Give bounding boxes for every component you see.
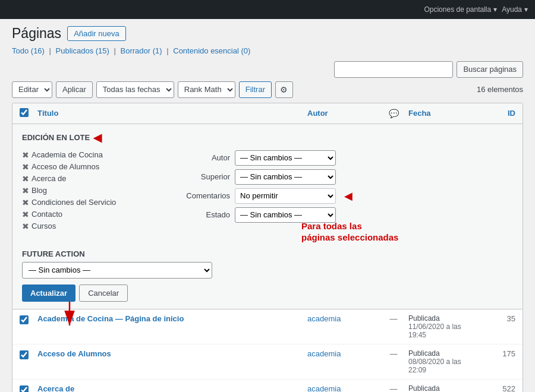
table-row: Academia de Cocina — Página de inicio ac… <box>12 309 523 344</box>
date-filter-select[interactable]: Todas las fechas <box>96 81 174 98</box>
page-wrap: Opciones de pantalla ▾ Ayuda ▾ Páginas A… <box>0 0 535 392</box>
row-checkbox-cell-3 <box>20 384 37 392</box>
field-autor-select[interactable]: — Sin cambios — <box>235 150 336 166</box>
bulk-item-condiciones: ✖ Condiciones del Servicio <box>22 198 159 207</box>
filter-draft[interactable]: Borrador (1) <box>121 46 162 55</box>
field-superior: Superior — Sin cambios — <box>171 169 513 185</box>
arrow-left-comentarios-icon: ◀ <box>344 189 353 203</box>
annotation-container: Título Autor 💬 Fecha ID <box>12 103 523 392</box>
row-author-1: academia <box>307 314 379 323</box>
table-row: Acceso de Alumnos academia — Publicada 0… <box>12 344 523 380</box>
cancel-button[interactable]: Cancelar <box>79 284 128 302</box>
row-date-1: Publicada 11/06/2020 a las 19:45 <box>408 314 486 339</box>
remove-contacto-icon[interactable]: ✖ <box>22 210 29 219</box>
bulk-item-cursos: ✖ Cursos <box>22 222 159 231</box>
row-id-1: 35 <box>486 314 515 323</box>
row-checkbox-cell-1 <box>20 314 37 326</box>
bulk-edit-fields: Autor — Sin cambios — Superior — Sin cam… <box>171 150 513 244</box>
row-author-2: academia <box>307 349 379 358</box>
header-date[interactable]: Fecha <box>408 109 486 118</box>
remove-academia-icon[interactable]: ✖ <box>22 150 29 160</box>
page-header: Páginas Añadir nueva <box>12 25 523 43</box>
toolbar: Editar Aplicar Todas las fechas Rank Mat… <box>12 81 523 98</box>
bulk-actions-row: Actualizar Cancelar <box>22 284 513 302</box>
bulk-edit-panel: EDICIÓN EN LOTE ◀ ✖ Academia de Cocina <box>12 124 523 309</box>
help-button[interactable]: Ayuda ▾ <box>502 5 528 14</box>
field-autor-label: Autor <box>171 153 230 162</box>
row-author-link-3[interactable]: academia <box>307 384 341 392</box>
gear-icon: ⚙ <box>280 85 288 94</box>
page-title: Páginas <box>12 25 61 43</box>
field-autor: Autor — Sin cambios — <box>171 150 513 166</box>
row-title-link-3[interactable]: Acerca de <box>37 384 74 392</box>
row-comment-1: — <box>379 314 408 323</box>
row-author-3: academia <box>307 384 379 392</box>
header-author: Autor <box>307 109 379 118</box>
row-checkbox-3[interactable] <box>20 385 29 392</box>
bulk-item-acerca: ✖ Acerca de <box>22 174 159 184</box>
remove-acerca-icon[interactable]: ✖ <box>22 174 29 184</box>
row-title-link-2[interactable]: Acceso de Alumnos <box>37 349 111 358</box>
bulk-item-blog: ✖ Blog <box>22 186 159 195</box>
content-area: Páginas Añadir nueva Todo (16) | Publica… <box>0 19 535 392</box>
row-title-3: Acerca de <box>37 384 307 392</box>
row-id-3: 522 <box>486 384 515 392</box>
row-title-2: Acceso de Alumnos <box>37 349 307 358</box>
row-date-2: Publicada 08/08/2020 a las 22:09 <box>408 349 486 374</box>
header-title[interactable]: Título <box>37 109 307 118</box>
screen-options[interactable]: Opciones de pantalla ▾ <box>424 5 497 14</box>
apply-button[interactable]: Aplicar <box>56 81 93 98</box>
top-bar: Opciones de pantalla ▾ Ayuda ▾ <box>0 0 535 19</box>
field-superior-select[interactable]: — Sin cambios — <box>235 169 336 185</box>
filter-essential[interactable]: Contenido esencial (0) <box>173 46 250 55</box>
add-new-button[interactable]: Añadir nueva <box>67 26 126 41</box>
field-estado-label: Estado <box>171 210 230 219</box>
bulk-edit-body: ✖ Academia de Cocina ✖ Acceso de Alumnos… <box>22 150 513 244</box>
bulk-item-contacto: ✖ Contacto <box>22 210 159 219</box>
row-title-link-1[interactable]: Academia de Cocina — Página de inicio <box>37 314 184 323</box>
remove-condiciones-icon[interactable]: ✖ <box>22 198 29 207</box>
bulk-edit-items-list: ✖ Academia de Cocina ✖ Acceso de Alumnos… <box>22 150 159 244</box>
row-author-link-1[interactable]: academia <box>307 314 341 323</box>
bulk-item-academia: ✖ Academia de Cocina <box>22 150 159 160</box>
row-checkbox-cell-2 <box>20 349 37 361</box>
filter-published[interactable]: Publicados (15) <box>56 46 109 55</box>
search-input[interactable] <box>334 61 453 78</box>
row-checkbox-1[interactable] <box>20 315 29 324</box>
header-comment: 💬 <box>379 109 408 118</box>
future-action-select[interactable]: — Sin cambios — <box>22 262 212 279</box>
filter-all[interactable]: Todo (16) <box>12 46 45 55</box>
item-count: 16 elementos <box>477 85 523 94</box>
annotation-label: Para todas las páginas seleccionadas <box>301 221 398 243</box>
row-id-2: 175 <box>486 349 515 358</box>
field-comentarios-label: Comentarios <box>171 191 230 200</box>
bulk-action-select[interactable]: Editar <box>12 81 52 98</box>
arrow-left-icon: ◀ <box>93 131 102 144</box>
field-comentarios-select[interactable]: No permitir Permitir — Sin cambios — <box>235 188 336 204</box>
select-all-checkbox[interactable] <box>20 108 29 117</box>
table-header-row: Título Autor 💬 Fecha ID <box>12 103 523 124</box>
plugin-filter-select[interactable]: Rank Math <box>178 81 235 98</box>
field-superior-label: Superior <box>171 172 230 181</box>
comment-bubble-icon: 💬 <box>389 109 399 118</box>
row-title-1: Academia de Cocina — Página de inicio <box>37 314 307 323</box>
remove-cursos-icon[interactable]: ✖ <box>22 222 29 231</box>
pages-table: Título Autor 💬 Fecha ID <box>12 103 523 392</box>
bulk-item-acceso: ✖ Acceso de Alumnos <box>22 162 159 172</box>
search-button[interactable]: Buscar páginas <box>457 61 523 78</box>
future-action-label: FUTURE ACTION <box>22 249 513 258</box>
row-comment-3: — <box>379 384 408 392</box>
remove-acceso-icon[interactable]: ✖ <box>22 162 29 172</box>
filter-button[interactable]: Filtrar <box>239 81 272 98</box>
header-checkbox-cell <box>20 108 37 119</box>
update-button[interactable]: Actualizar <box>22 284 75 302</box>
future-section: FUTURE ACTION — Sin cambios — <box>22 249 513 279</box>
remove-blog-icon[interactable]: ✖ <box>22 186 29 195</box>
header-id[interactable]: ID <box>486 109 515 118</box>
table-row: Acerca de academia — Publicada 09/06/202… <box>12 380 523 392</box>
row-author-link-2[interactable]: academia <box>307 349 341 358</box>
gear-button[interactable]: ⚙ <box>275 81 293 98</box>
row-checkbox-2[interactable] <box>20 350 29 359</box>
filter-links: Todo (16) | Publicados (15) | Borrador (… <box>12 46 523 55</box>
bulk-edit-header: EDICIÓN EN LOTE ◀ <box>22 131 513 144</box>
